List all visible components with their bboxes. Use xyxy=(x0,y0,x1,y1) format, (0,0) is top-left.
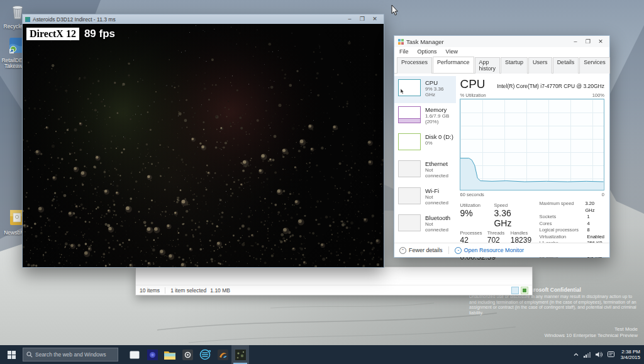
cpu-mini-graph xyxy=(398,79,421,96)
taskbar-app-dark-circle[interactable] xyxy=(179,345,196,364)
task-manager-window: Task Manager – ❐ ✕ File Options View Pro… xyxy=(394,35,610,258)
disk-mini-graph xyxy=(398,133,421,150)
fps-hud: DirectX 12 89 fps xyxy=(26,28,115,40)
taskbar-file-explorer[interactable] xyxy=(161,345,179,364)
stat-value: 1 xyxy=(587,214,589,221)
volume-icon[interactable] xyxy=(596,351,602,358)
minimize-button[interactable]: – xyxy=(569,37,582,47)
menu-view[interactable]: View xyxy=(446,48,458,55)
view-toggles xyxy=(511,287,528,294)
x-right-label: 0 xyxy=(602,192,604,197)
explorer-items-count: 10 items xyxy=(140,287,160,294)
stat-label: Processes xyxy=(460,230,483,236)
stat-value: 4 xyxy=(587,221,589,228)
tab-details[interactable]: Details xyxy=(553,57,579,74)
x-left-label: 60 seconds xyxy=(460,192,484,197)
wifi-mini-graph xyxy=(398,187,421,204)
clock-time: 2:38 PM xyxy=(621,349,640,355)
bluetooth-mini-graph xyxy=(398,214,421,231)
stat-value: 8 xyxy=(587,227,589,234)
sidebar-item-wifi[interactable]: Wi-Fi Not connected xyxy=(394,184,456,211)
minimize-button[interactable]: – xyxy=(343,14,356,24)
start-button[interactable] xyxy=(0,345,23,364)
task-view-icon xyxy=(130,351,140,359)
sidebar-wifi-label: Wi-Fi xyxy=(425,187,453,194)
memory-mini-graph xyxy=(398,106,421,123)
performance-sidebar: CPU 9% 3.36 GHz Memory 1.6/7.9 GB (20%) … xyxy=(394,74,456,242)
tab-app-history[interactable]: App history xyxy=(475,57,501,74)
internet-explorer-icon xyxy=(199,349,211,360)
tab-processes[interactable]: Processes xyxy=(397,57,432,74)
sidebar-item-disk[interactable]: Disk 0 (D:) 0% xyxy=(394,130,456,157)
stat-label: Cores xyxy=(539,221,587,228)
fewer-details-button[interactable]: ⌃ Fewer details xyxy=(399,247,443,254)
task-manager-app-icon xyxy=(398,39,404,45)
menu-file[interactable]: File xyxy=(399,48,409,55)
search-icon xyxy=(26,351,33,358)
stat-value: Enabled xyxy=(587,234,604,241)
close-button[interactable]: ✕ xyxy=(369,14,381,24)
stat-label: Logical processors xyxy=(539,227,587,234)
tab-performance[interactable]: Performance xyxy=(433,57,474,73)
windows-logo-icon xyxy=(8,351,16,359)
task-view-button[interactable] xyxy=(126,345,143,364)
cpu-detail-panel: CPU Intel(R) Core(TM) i7-4770R CPU @ 3.2… xyxy=(456,74,609,242)
thumbnails-view-icon[interactable] xyxy=(521,287,528,294)
sidebar-bluetooth-label: Bluetooth xyxy=(425,214,453,221)
sidebar-item-ethernet[interactable]: Ethernet Not connected xyxy=(394,157,456,184)
sidebar-ethernet-label: Ethernet xyxy=(425,160,453,167)
mouse-cursor-icon xyxy=(391,5,399,16)
sidebar-cpu-label: CPU xyxy=(425,79,453,86)
taskbar-active-app[interactable] xyxy=(231,345,249,364)
watermark-body: Unauthorized use or disclosure in any ma… xyxy=(469,294,636,316)
sidebar-ethernet-detail: Not connected xyxy=(425,167,453,179)
search-input[interactable] xyxy=(35,351,114,358)
dark-circle-app-icon xyxy=(182,350,193,360)
stat-value: 3.20 GHz xyxy=(586,201,604,214)
tab-startup[interactable]: Startup xyxy=(501,57,528,74)
sidebar-disk-detail: 0% xyxy=(425,140,453,146)
tab-services[interactable]: Services xyxy=(579,57,610,74)
network-icon[interactable] xyxy=(584,352,591,358)
menu-options[interactable]: Options xyxy=(418,48,437,55)
directx-badge: DirectX 12 xyxy=(26,28,79,40)
test-mode-line: Test Mode xyxy=(545,326,638,333)
sidebar-cpu-detail: 9% 3.36 GHz xyxy=(425,86,453,97)
file-explorer-window[interactable]: 10 items 1 item selected 1.10 MB xyxy=(135,267,533,295)
details-view-icon[interactable] xyxy=(511,287,519,294)
sidebar-item-bluetooth[interactable]: Bluetooth Not connected xyxy=(394,211,456,238)
stat-label: Speed xyxy=(494,202,530,208)
sidebar-disk-label: Disk 0 (D:) xyxy=(425,133,453,140)
action-center-icon[interactable] xyxy=(608,351,614,358)
show-hidden-icons-chevron[interactable] xyxy=(574,353,579,356)
cpu-chip-name: Intel(R) Core(TM) i7-4770R CPU @ 3.20GHz xyxy=(497,83,604,89)
taskbar-search[interactable] xyxy=(23,348,118,361)
asteroid-scene xyxy=(23,24,384,267)
sidebar-wifi-detail: Not connected xyxy=(425,194,453,206)
explorer-status-bar: 10 items 1 item selected 1.10 MB xyxy=(136,285,532,295)
asteroids-demo-window: Asteroids D3D12 Indirect - 11.3 ms – ❐ ✕… xyxy=(22,14,384,268)
task-manager-title: Task Manager xyxy=(406,38,569,45)
status-divider xyxy=(165,287,165,294)
sidebar-item-cpu[interactable]: CPU 9% 3.36 GHz xyxy=(394,76,456,103)
task-manager-title-bar[interactable]: Task Manager – ❐ ✕ xyxy=(394,36,609,47)
desktop: Recycle Bin RetailDEMO Takeaway NewsbMul… xyxy=(0,0,644,364)
open-resource-monitor-link[interactable]: ◔ Open Resource Monitor xyxy=(455,247,525,254)
taskbar-clock[interactable]: 2:38 PM 3/4/2015 xyxy=(619,349,640,361)
cpu-heading: CPU xyxy=(460,77,485,91)
maximize-button[interactable]: ❐ xyxy=(356,14,369,24)
maximize-button[interactable]: ❐ xyxy=(582,37,594,47)
footer-divider xyxy=(448,246,449,254)
sidebar-item-memory[interactable]: Memory 1.6/7.9 GB (20%) xyxy=(394,103,456,130)
taskbar-app-blue-circle[interactable] xyxy=(143,345,161,364)
resource-monitor-label: Open Resource Monitor xyxy=(464,247,525,253)
test-mode-watermark: Test Mode Windows 10 Enterprise Technica… xyxy=(545,326,638,339)
tab-users[interactable]: Users xyxy=(528,57,552,74)
stat-label: Maximum speed xyxy=(539,201,585,214)
taskbar-internet-explorer[interactable] xyxy=(196,345,214,364)
mouse-cursor-icon xyxy=(401,89,405,94)
taskbar-app-swoosh[interactable] xyxy=(214,345,231,364)
demo-title-bar[interactable]: Asteroids D3D12 Indirect - 11.3 ms – ❐ ✕ xyxy=(23,14,384,24)
close-button[interactable]: ✕ xyxy=(594,37,607,47)
task-manager-footer: ⌃ Fewer details ◔ Open Resource Monitor xyxy=(394,243,609,257)
